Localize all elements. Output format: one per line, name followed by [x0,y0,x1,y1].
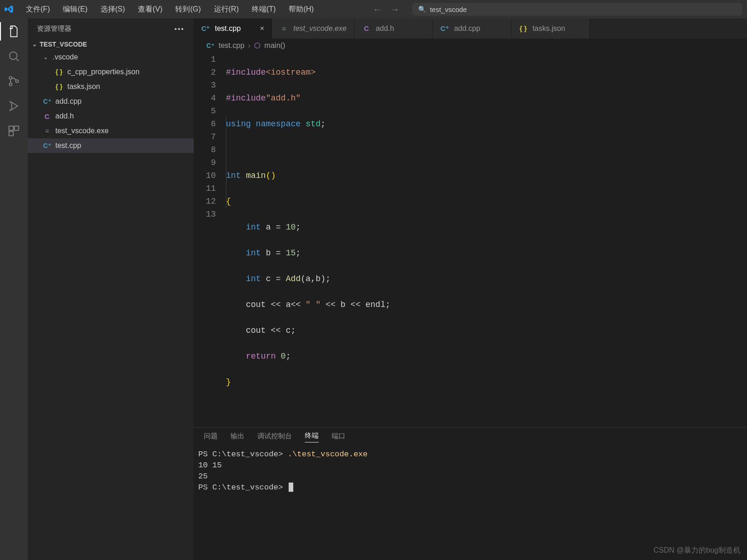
tab-add-h[interactable]: C add.h [355,18,433,39]
menu-selection[interactable]: 选择(S) [96,3,130,16]
tab-exe[interactable]: ≡ test_vscode.exe [272,18,355,39]
command-center-search[interactable]: 🔍 test_vscode [412,3,742,16]
search-text: test_vscode [430,6,467,13]
tab-bar: C⁺ test.cpp × ≡ test_vscode.exe C add.h … [194,18,747,39]
menu-go[interactable]: 转到(G) [171,3,205,16]
menu-terminal[interactable]: 终端(T) [247,3,280,16]
file-label: c_cpp_properties.json [67,68,140,76]
code-editor[interactable]: 123 456 789 101112 13 #include<iostream>… [194,52,747,427]
breadcrumb-file: test.cpp [219,41,244,50]
folder-vscode[interactable]: ⌄ .vscode [28,50,194,65]
json-icon: { } [519,24,528,32]
activity-extensions-icon[interactable] [6,124,21,138]
tab-label: add.cpp [454,24,480,33]
svg-rect-6 [9,131,13,136]
exe-icon: ≡ [42,127,52,135]
sidebar-explorer: 资源管理器 ••• ⌄ TEST_VSCODE ⌄ .vscode { } c_… [28,18,194,560]
tab-test-cpp[interactable]: C⁺ test.cpp × [194,18,272,39]
svg-point-2 [9,83,12,86]
symbol-method-icon: ⬡ [254,41,261,50]
editor-area: C⁺ test.cpp × ≡ test_vscode.exe C add.h … [194,18,747,560]
close-icon[interactable]: × [260,24,264,33]
menu-help[interactable]: 帮助(H) [284,3,318,16]
file-add-cpp[interactable]: C⁺ add.cpp [28,94,194,109]
watermark: CSDN @暴力的bug制造机 [653,546,741,555]
activity-search-icon[interactable] [6,49,21,64]
svg-rect-5 [14,126,18,130]
terminal-prompt: PS C:\test_vscode> [198,483,288,492]
json-icon: { } [54,68,64,76]
terminal[interactable]: PS C:\test_vscode> .\test_vscode.exe 10 … [194,446,747,560]
file-label: test.cpp [55,141,81,150]
chevron-down-icon: ⌄ [42,54,49,60]
tab-label: test.cpp [215,24,241,33]
sidebar-more-icon[interactable]: ••• [174,25,184,33]
search-icon: 🔍 [418,6,426,13]
tab-label: tasks.json [533,24,565,33]
terminal-output: 25 [198,472,208,481]
file-label: tasks.json [67,83,100,91]
panel-tab-ports[interactable]: 端口 [332,432,345,442]
svg-point-0 [10,52,17,59]
nav-back-icon[interactable]: ← [373,4,382,15]
code-content[interactable]: #include<iostream> #include"add.h" using… [226,53,747,427]
file-add-h[interactable]: C add.h [28,109,194,124]
chevron-right-icon: › [248,41,250,50]
breadcrumb[interactable]: C⁺ test.cpp › ⬡ main() [194,39,747,52]
cpp-icon: C⁺ [440,24,450,33]
file-label: test_vscode.exe [55,127,109,135]
terminal-output: 10 15 [198,461,222,470]
nav-forward-icon[interactable]: → [390,4,399,15]
json-icon: { } [54,83,64,90]
terminal-prompt: PS C:\test_vscode> [198,450,288,459]
cpp-icon: C⁺ [206,42,215,49]
file-test-cpp[interactable]: C⁺ test.cpp [28,138,194,153]
menu-run[interactable]: 运行(R) [209,3,243,16]
activity-debug-icon[interactable] [6,99,21,113]
file-tasks-json[interactable]: { } tasks.json [28,79,194,94]
menu-file[interactable]: 文件(F) [21,3,54,16]
file-label: add.cpp [55,97,82,106]
sidebar-title: 资源管理器 [37,24,71,33]
folder-vscode-label: .vscode [53,53,78,61]
tab-tasks-json[interactable]: { } tasks.json [511,18,590,39]
tab-label: test_vscode.exe [293,24,347,33]
terminal-command: .\test_vscode.exe [288,450,368,459]
folder-root-label: TEST_VSCODE [40,41,87,48]
folder-root[interactable]: ⌄ TEST_VSCODE [28,39,194,50]
panel-tab-terminal[interactable]: 终端 [305,431,319,442]
chevron-down-icon: ⌄ [31,41,38,47]
breadcrumb-symbol: main() [264,41,285,50]
svg-point-3 [16,80,18,83]
tab-add-cpp[interactable]: C⁺ add.cpp [433,18,511,39]
svg-rect-4 [9,126,13,130]
cpp-icon: C⁺ [42,98,52,105]
panel-tab-output[interactable]: 输出 [231,432,244,442]
activity-explorer-icon[interactable] [6,24,21,39]
panel-tab-problems[interactable]: 问题 [204,432,218,442]
activity-scm-icon[interactable] [6,74,21,88]
tab-label: add.h [376,24,394,33]
terminal-cursor [289,483,293,492]
cpp-icon: C⁺ [201,24,210,33]
line-gutter: 123 456 789 101112 13 [194,53,226,427]
c-header-icon: C [362,24,371,32]
menu-edit[interactable]: 编辑(E) [58,3,92,16]
title-bar: 文件(F) 编辑(E) 选择(S) 查看(V) 转到(G) 运行(R) 终端(T… [0,0,747,18]
c-header-icon: C [42,112,52,120]
activity-bar [0,18,28,560]
file-label: add.h [55,112,74,120]
bottom-panel: 问题 输出 调试控制台 终端 端口 PS C:\test_vscode> .\t… [194,427,747,560]
exe-icon: ≡ [279,24,289,32]
svg-point-1 [9,77,12,79]
panel-tab-debug-console[interactable]: 调试控制台 [257,432,292,442]
menu-view[interactable]: 查看(V) [133,3,167,16]
file-c-cpp-properties[interactable]: { } c_cpp_properties.json [28,65,194,79]
vscode-logo-icon [5,5,14,14]
cpp-icon: C⁺ [42,142,52,149]
file-exe[interactable]: ≡ test_vscode.exe [28,124,194,138]
